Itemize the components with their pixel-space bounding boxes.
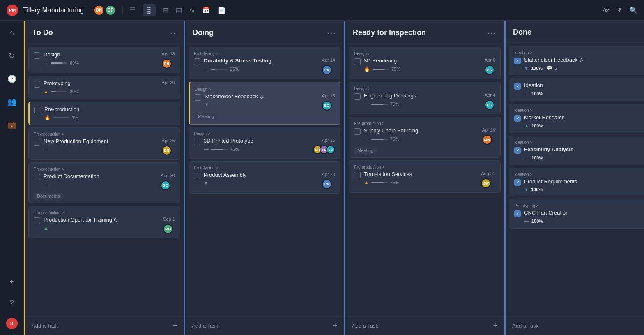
search-icon[interactable]: 🔍 [629,6,637,14]
sidebar-clock[interactable]: 🕐 [5,72,19,86]
card-pot-checkbox[interactable] [34,217,40,224]
card-3dp-checkbox[interactable] [194,139,200,145]
card-dur-avatar: TW [322,65,332,75]
calendar-view-icon[interactable]: 📅 [202,6,210,14]
card-ed-progress-label: 75% [390,102,399,106]
card-ed-checkbox[interactable] [354,93,361,100]
sidebar-home[interactable]: ⌂ [5,25,19,40]
card-design[interactable]: Design — 69% Apr 18 DH [28,47,180,73]
table-view-icon[interactable]: ▤ [176,6,182,14]
card-new-prod-breadcrumb: Pre-production > [34,132,175,136]
card-design-avatar: DH [162,59,172,69]
card-pr-checkbox[interactable]: ✓ [514,179,521,186]
doing-add-task-icon[interactable]: + [333,321,337,330]
app-logo: PM [7,5,18,16]
sidebar-user-avatar[interactable]: U [5,317,18,330]
card-ideation-checkbox[interactable]: ✓ [514,83,521,90]
card-pre-production-checkbox[interactable] [34,107,41,113]
card-product-documentation[interactable]: Pre-production > Product Documentation — [28,162,180,203]
card-ts-breadcrumb: Pre-production > [354,165,495,169]
done-add-task[interactable]: Add a Task + [506,316,644,335]
activity-view-icon[interactable]: ∿ [189,6,195,14]
card-market-research[interactable]: Ideation > ✓ Market Research ▲ 100% [509,104,644,133]
card-new-prod-checkbox[interactable] [34,139,40,146]
card-mr-title: Market Research [524,114,565,120]
card-3dr-breadcrumb: Design > [354,51,495,56]
card-sf-drag-tag: Meeting [195,113,217,120]
inspection-add-task-icon[interactable]: + [493,321,497,330]
document-view-icon[interactable]: 📄 [218,6,226,14]
doing-add-task[interactable]: Add a Task + [185,316,344,335]
card-prod-doc-priority: — [44,182,48,187]
card-ts-checkbox[interactable] [354,172,361,178]
sidebar-people[interactable]: 👥 [5,95,19,109]
card-stakeholder-feedback-dragging[interactable]: Design > Stakeholder Feedback ◇ ▼ [189,82,340,125]
card-sfd-comment-count: 2 [555,66,557,71]
card-prototyping-checkbox[interactable] [34,81,40,88]
project-title: Tillery Manufacturing [23,7,84,14]
list-view-icon[interactable]: ☰ [129,6,135,14]
card-pot-title: Production Operator Training ◇ [44,217,118,223]
card-sfd-checkbox[interactable]: ✓ [514,58,521,64]
card-mr-checkbox[interactable]: ✓ [514,115,521,122]
card-feasibility-analysis[interactable]: Ideation > ✓ Feasibility Analysis — 100% [509,136,644,165]
column-todo-more[interactable]: ··· [167,28,176,37]
card-pre-production-priority-fire: 🔥 [44,115,51,120]
card-pre-production[interactable]: Pre-production 🔥 1% [28,102,180,125]
card-pa-title: Product Assembly [204,172,246,178]
card-ed-title: Engineering Drawings [364,92,416,99]
avatar-user2[interactable]: GP [105,5,116,16]
card-supply-chain-sourcing[interactable]: Pre-production > Supply Chain Sourcing —… [349,117,501,158]
card-prod-doc-avatar: SC [161,180,170,190]
card-cnc-priority: — [524,218,529,224]
card-cnc-checkbox[interactable]: ✓ [514,210,521,217]
card-durability-stress[interactable]: Prototyping > Durability & Stress Testin… [189,47,340,79]
card-stakeholder-feedback-done[interactable]: Ideation > ✓ Stakeholder Feedback ◇ ▼ 10… [509,46,644,75]
card-prototyping[interactable]: Prototyping ▲ 30% Apr 20 [28,76,180,99]
filter-icon[interactable]: ⧩ [616,7,622,14]
sidebar-briefcase[interactable]: 💼 [5,118,19,132]
todo-add-task-label: Add a Task [32,323,58,329]
card-prod-doc-checkbox[interactable] [34,174,40,180]
sidebar-help[interactable]: ? [5,296,19,310]
sidebar-activity[interactable]: ↻ [5,49,19,63]
sidebar-add[interactable]: + [5,274,19,289]
card-dur-checkbox[interactable] [194,58,200,65]
card-cnc-part-creation[interactable]: Prototyping > ✓ CNC Part Creation — 100% [509,199,644,229]
card-pr-progress-label: 100% [531,187,543,192]
toolbar-icons: ☰ ⣿ ⊟ ▤ ∿ 📅 📄 [129,4,226,16]
card-dur-breadcrumb: Prototyping > [194,51,335,56]
card-pa-checkbox[interactable] [194,173,200,179]
card-3d-rendering[interactable]: Design > 3D Rendering 🔥 75% [349,47,501,79]
column-inspection-more[interactable]: ··· [487,28,497,37]
card-3d-printed-prototype[interactable]: Design > 3D Printed Prototype — 75% [189,127,340,159]
card-production-operator-training[interactable]: Pre-production > Production Operator Tra… [28,206,180,238]
avatar-user1[interactable]: DH [94,5,104,16]
card-prototyping-progress-bar [51,91,67,92]
card-fa-checkbox[interactable]: ✓ [514,147,521,154]
column-doing-more[interactable]: ··· [327,28,336,37]
todo-add-task-icon[interactable]: + [172,321,177,330]
doing-cards-list: Prototyping > Durability & Stress Testin… [185,44,344,316]
card-ideation[interactable]: ✓ Ideation — 100% [509,78,644,101]
card-ideation-priority: — [524,91,529,97]
card-scs-checkbox[interactable] [354,128,361,135]
inspection-add-task[interactable]: Add a Task + [345,316,504,335]
todo-add-task[interactable]: Add a Task + [25,316,184,335]
card-sfd-breadcrumb: Ideation > [514,51,644,55]
card-product-assembly[interactable]: Prototyping > Product Assembly ▼ [189,161,340,194]
card-product-requirements[interactable]: Ideation > ✓ Product Requirements ▼ 100% [509,168,644,196]
split-view-icon[interactable]: ⊟ [163,6,168,14]
card-pot-date: Sep 1 [163,217,175,222]
card-design-checkbox[interactable] [34,52,40,59]
eye-icon[interactable]: 👁 [603,7,609,14]
card-3dr-checkbox[interactable] [354,58,361,65]
card-scs-avatar: MH [482,135,492,145]
card-translation-services[interactable]: Pre-production > Translation Services ▲ … [349,160,501,193]
card-engineering-drawings[interactable]: Design > Engineering Drawings — 75% [349,82,501,114]
board-view-icon[interactable]: ⣿ [143,4,156,16]
card-pot-avatar: MG [163,224,173,234]
card-ts-title: Translation Services [364,171,412,177]
card-new-production-equipment[interactable]: Pre-production > New Production Equipmen… [28,127,180,160]
card-sf-drag-checkbox[interactable] [195,94,201,101]
